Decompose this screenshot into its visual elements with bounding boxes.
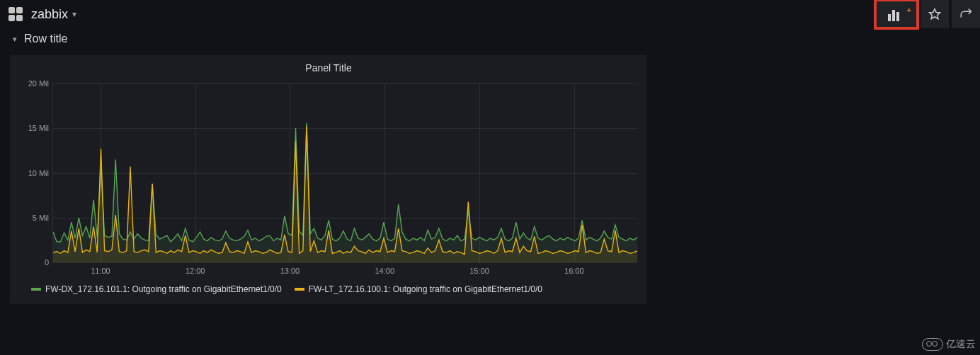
legend-swatch-icon <box>31 288 41 291</box>
x-axis-label: 15:00 <box>469 267 489 275</box>
legend-label-2: FW-LT_172.16.100.1: Outgoing traffic on … <box>309 284 542 294</box>
x-axis-label: 16:00 <box>564 267 584 275</box>
y-axis-label: 5 Mil <box>18 214 49 222</box>
row-title-label: Row title <box>24 33 67 45</box>
legend-item-1[interactable]: FW-DX_172.16.101.1: Outgoing traffic on … <box>31 284 282 294</box>
legend: FW-DX_172.16.101.1: Outgoing traffic on … <box>10 279 647 304</box>
watermark-text: 亿速云 <box>946 338 976 351</box>
svg-marker-3 <box>930 9 940 19</box>
legend-item-2[interactable]: FW-LT_172.16.100.1: Outgoing traffic on … <box>295 284 542 294</box>
y-axis-label: 15 Mil <box>18 124 49 132</box>
share-button[interactable] <box>952 0 980 28</box>
x-axis-label: 12:00 <box>186 267 205 275</box>
header-right-buttons: + <box>872 0 980 28</box>
chevron-down-icon[interactable]: ▾ <box>72 9 76 19</box>
row-toggle[interactable]: ▾ Row title <box>0 28 980 48</box>
y-axis-label: 20 Mil <box>18 79 49 88</box>
x-axis-label: 14:00 <box>375 267 394 275</box>
x-axis-label: 11:00 <box>91 267 110 275</box>
add-panel-button[interactable]: + <box>875 0 918 28</box>
y-axis-label: 0 <box>18 258 49 267</box>
panel-title[interactable]: Panel Title <box>10 55 647 78</box>
cloud-icon <box>922 338 943 351</box>
plus-icon: + <box>907 6 911 14</box>
y-axis-label: 10 Mil <box>18 169 49 178</box>
graph-panel[interactable]: Panel Title 05 Mil10 Mil15 Mil20 Mil11:0… <box>10 55 647 304</box>
legend-label-1: FW-DX_172.16.101.1: Outgoing traffic on … <box>45 284 282 294</box>
svg-rect-1 <box>892 10 895 21</box>
top-header: zabbix ▾ + <box>0 0 980 28</box>
dashboards-grid-icon[interactable] <box>8 7 23 21</box>
x-axis-label: 13:00 <box>280 267 300 275</box>
svg-rect-0 <box>888 14 891 21</box>
svg-rect-2 <box>896 12 899 21</box>
watermark: 亿速云 <box>922 338 976 351</box>
chevron-down-icon: ▾ <box>13 35 17 44</box>
chart-area[interactable]: 05 Mil10 Mil15 Mil20 Mil11:0012:0013:001… <box>17 81 640 279</box>
legend-swatch-icon <box>295 288 304 291</box>
star-button[interactable] <box>921 0 949 28</box>
dashboard-title[interactable]: zabbix <box>31 7 68 22</box>
